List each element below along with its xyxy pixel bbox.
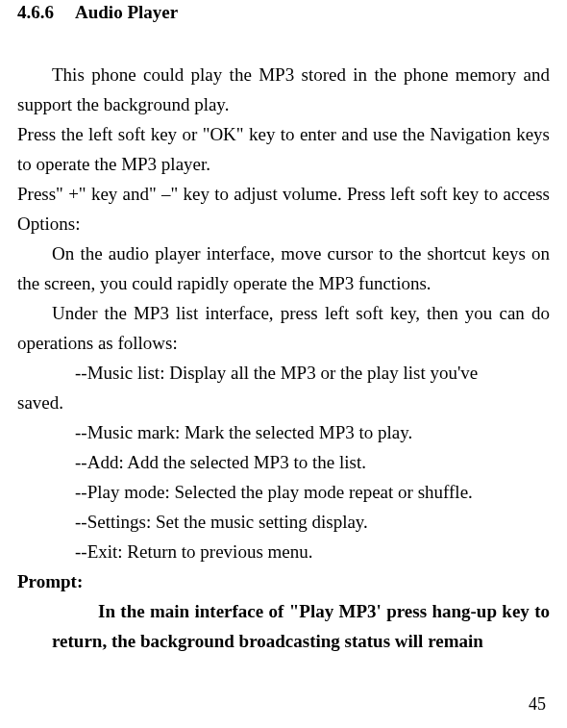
paragraph-press-ok: Press the left soft key or "OK" key to e… <box>17 119 550 179</box>
paragraph-cursor: On the audio player interface, move curs… <box>17 238 550 298</box>
section-number: 4.6.6 <box>17 2 75 23</box>
section-title: Audio Player <box>75 2 178 23</box>
bullet-settings: --Settings: Set the music setting displa… <box>17 507 550 537</box>
section-heading: 4.6.6 Audio Player <box>17 0 550 23</box>
prompt-body: In the main interface of "Play MP3' pres… <box>17 596 550 656</box>
paragraph-press-plus: Press" +" key and" –" key to adjust volu… <box>17 179 550 238</box>
prompt-label: Prompt: <box>17 566 550 596</box>
bullet-music-mark: --Music mark: Mark the selected MP3 to p… <box>17 417 550 447</box>
bullet-exit: --Exit: Return to previous menu. <box>17 537 550 566</box>
bullet-add: --Add: Add the selected MP3 to the list. <box>17 447 550 477</box>
paragraph-list-intro: Under the MP3 list interface, press left… <box>17 298 550 358</box>
bullet-play-mode: --Play mode: Selected the play mode repe… <box>17 477 550 507</box>
document-page: 4.6.6 Audio Player This phone could play… <box>0 0 567 728</box>
paragraph-intro: This phone could play the MP3 stored in … <box>17 60 550 119</box>
bullet-music-list-line1: --Music list: Display all the MP3 or the… <box>17 358 550 388</box>
page-number: 45 <box>529 694 546 715</box>
bullet-music-list-line2: saved. <box>17 388 550 417</box>
